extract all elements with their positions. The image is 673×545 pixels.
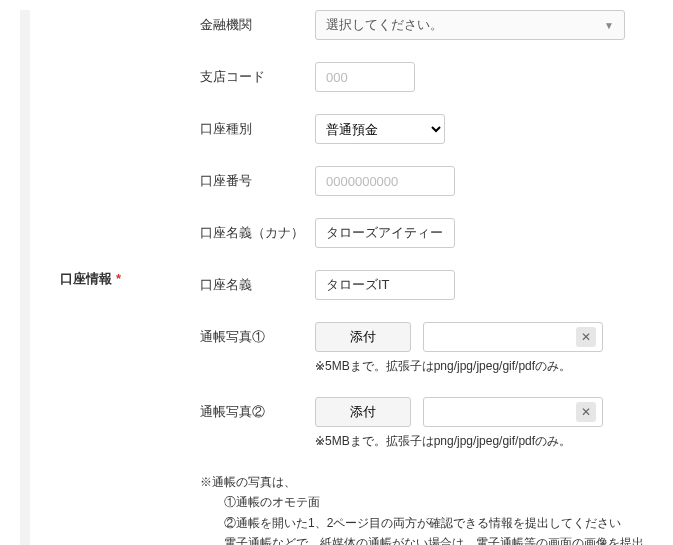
account-name-input[interactable] (315, 270, 455, 300)
passbook2-file-box: ✕ (423, 397, 603, 427)
passbook2-label: 通帳写真② (200, 397, 315, 421)
required-mark: * (116, 271, 121, 286)
account-name-kana-input[interactable] (315, 218, 455, 248)
note1-head: ※通帳の写真は、 (200, 472, 653, 492)
passbook2-attach-button[interactable]: 添付 (315, 397, 411, 427)
passbook1-attach-button[interactable]: 添付 (315, 322, 411, 352)
institution-label: 金融機関 (200, 16, 315, 34)
passbook2-clear-button[interactable]: ✕ (576, 402, 596, 422)
close-icon: ✕ (581, 330, 591, 344)
passbook2-hint: ※5MBまで。拡張子はpng/jpg/jpeg/gif/pdfのみ。 (315, 433, 603, 450)
account-name-label: 口座名義 (200, 276, 315, 294)
note1-line2: ②通帳を開いた1、2ページ目の両方が確認できる情報を提出してください (200, 513, 653, 533)
caret-down-icon: ▼ (604, 20, 614, 31)
left-margin-bar (20, 10, 30, 545)
account-number-label: 口座番号 (200, 172, 315, 190)
notes-block: ※通帳の写真は、 ①通帳のオモテ面 ②通帳を開いた1、2ページ目の両方が確認でき… (200, 472, 653, 545)
note1-line3: 電子通帳などで、紙媒体の通帳がない場合は、電子通帳等の画面の画像を提出してくださ… (200, 533, 653, 545)
section-title-text: 口座情報 (60, 271, 112, 286)
passbook1-clear-button[interactable]: ✕ (576, 327, 596, 347)
note1-line1: ①通帳のオモテ面 (200, 492, 653, 512)
passbook1-hint: ※5MBまで。拡張子はpng/jpg/jpeg/gif/pdfのみ。 (315, 358, 603, 375)
account-number-input[interactable] (315, 166, 455, 196)
institution-select-value: 選択してください。 (326, 16, 443, 34)
account-type-label: 口座種別 (200, 120, 315, 138)
passbook1-label: 通帳写真① (200, 322, 315, 346)
passbook1-file-box: ✕ (423, 322, 603, 352)
section-title: 口座情報* (60, 10, 200, 288)
close-icon: ✕ (581, 405, 591, 419)
account-name-kana-label: 口座名義（カナ） (200, 224, 315, 242)
branch-code-input[interactable] (315, 62, 415, 92)
branch-code-label: 支店コード (200, 68, 315, 86)
institution-select[interactable]: 選択してください。 ▼ (315, 10, 625, 40)
account-type-select[interactable]: 普通預金 (315, 114, 445, 144)
